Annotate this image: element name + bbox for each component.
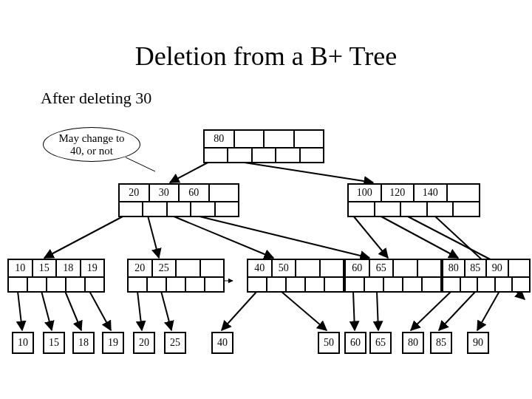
l2-3-k2 — [394, 260, 418, 276]
svg-line-20 — [161, 291, 171, 330]
l2-2-k0: 40 — [248, 260, 273, 276]
l2-4-k0: 80 — [443, 260, 466, 276]
l2-2-k1: 50 — [273, 260, 297, 276]
l2-0-k0: 10 — [9, 260, 33, 276]
svg-line-0 — [126, 157, 155, 171]
l2-node-0: 10 15 18 19 — [7, 259, 105, 293]
l1l-key-2: 60 — [180, 185, 210, 201]
l2-0-k1: 15 — [33, 260, 58, 276]
l2-node-2: 40 50 — [247, 259, 344, 293]
l1r-key-3 — [448, 185, 480, 201]
leaf-6: 40 — [211, 332, 233, 354]
l2-1-k2 — [177, 260, 201, 276]
l1r-key-0: 100 — [349, 185, 382, 201]
leaf-11: 85 — [430, 332, 452, 354]
l2-4-k2: 90 — [487, 260, 509, 276]
root-key-0: 80 — [205, 131, 235, 147]
svg-line-22 — [281, 291, 327, 330]
leaf-10: 80 — [402, 332, 424, 354]
l2-4-k3 — [509, 260, 530, 276]
svg-line-3 — [44, 216, 124, 258]
svg-line-23 — [353, 291, 355, 330]
svg-line-15 — [18, 291, 22, 330]
l2-node-3: 60 65 — [344, 259, 442, 293]
leaf-1: 15 — [43, 332, 65, 354]
svg-line-18 — [89, 291, 111, 330]
l2-0-k2: 18 — [57, 260, 81, 276]
leaf-5: 25 — [164, 332, 186, 354]
leaf-7: 50 — [318, 332, 340, 354]
svg-line-17 — [65, 291, 81, 330]
l1-left-node: 20 30 60 — [118, 183, 239, 217]
l1r-key-1: 120 — [382, 185, 415, 201]
leaf-2: 18 — [72, 332, 95, 354]
leaf-3: 19 — [102, 332, 124, 354]
l2-1-k1: 25 — [153, 260, 177, 276]
l1r-key-2: 140 — [415, 185, 448, 201]
svg-line-7 — [353, 216, 388, 258]
leaf-4: 20 — [133, 332, 155, 354]
root-key-2 — [265, 131, 295, 147]
svg-line-2 — [235, 161, 373, 183]
l1l-key-0: 20 — [120, 185, 150, 201]
svg-line-4 — [148, 216, 159, 258]
l2-node-1: 20 25 — [127, 259, 225, 293]
l1-right-node: 100 120 140 — [347, 183, 480, 217]
l2-4-k1: 85 — [466, 260, 488, 276]
leaf-12: 90 — [467, 332, 489, 354]
svg-line-24 — [377, 291, 378, 330]
l2-3-k0: 60 — [346, 260, 370, 276]
svg-line-19 — [137, 291, 142, 330]
root-key-1 — [235, 131, 265, 147]
root-key-3 — [295, 131, 324, 147]
leaf-8: 60 — [344, 332, 366, 354]
svg-line-21 — [222, 291, 257, 330]
l2-2-k3 — [321, 260, 344, 276]
leaf-9: 65 — [369, 332, 392, 354]
root-node: 80 — [203, 129, 324, 163]
l2-2-k2 — [296, 260, 321, 276]
l2-1-k3 — [201, 260, 224, 276]
l1l-key-1: 30 — [150, 185, 180, 201]
svg-line-1 — [170, 161, 211, 183]
svg-line-16 — [41, 291, 52, 330]
l2-3-k1: 65 — [370, 260, 395, 276]
l2-3-k3 — [418, 260, 441, 276]
l1l-key-3 — [210, 185, 239, 201]
l2-0-k3: 19 — [81, 260, 104, 276]
svg-line-27 — [477, 291, 499, 330]
l2-node-4: 80 85 90 — [442, 259, 531, 293]
l2-1-k0: 20 — [129, 260, 153, 276]
leaf-0: 10 — [12, 332, 34, 354]
